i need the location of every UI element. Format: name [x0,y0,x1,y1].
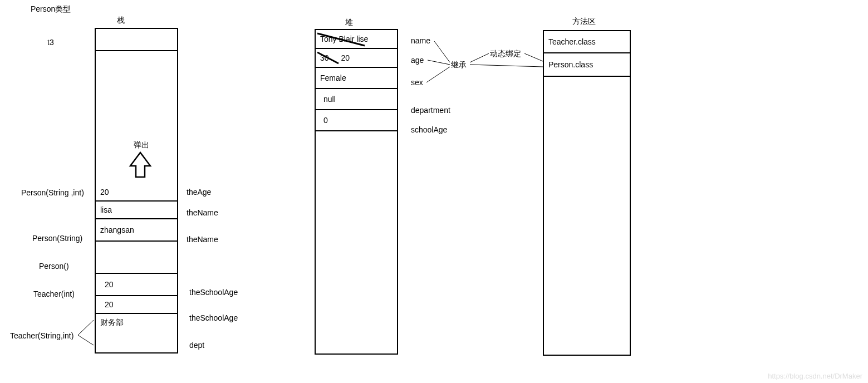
thename2-label: theName [187,235,218,244]
heap-department-label: department [411,106,450,115]
svg-line-6 [470,53,489,62]
person-empty-label: Person() [39,262,69,271]
stack-cell-zhangsan: zhangsan [96,219,177,242]
arrow-up-icon [128,151,153,185]
svg-line-5 [470,65,543,67]
svg-line-4 [426,67,450,82]
heap-age-cell: 30 20 [316,49,397,68]
theage-label: theAge [187,188,211,197]
teacher-class-val: Teacher.class [548,37,596,46]
method-area-title: 方法区 [572,17,596,27]
heap-name-val: Tony Blair lise [320,35,368,43]
heap-age-new: 20 [341,53,350,62]
person-string-label: Person(String) [32,234,82,243]
stack-gap: 弹出 [96,51,177,184]
svg-line-8 [78,320,94,335]
t3-label: t3 [47,38,54,47]
stack-box: 弹出 20 lisa zhangsan 20 20 财务部 [95,28,178,353]
teacher-class-cell: Teacher.class [544,31,630,53]
stack-cell-20-3: 20 [96,296,177,314]
stack-cell-empty-person [96,242,177,274]
heap-name-label: name [411,36,430,45]
person-class-cell: Person.class [544,53,630,77]
stack-cell-finance: 财务部 [96,314,177,332]
stack-val: 20 [100,280,114,289]
heap-box: Tony Blair lise 30 20 Female null 0 [315,29,398,355]
stack-val: 20 [100,300,114,309]
stack-val: 财务部 [100,318,124,328]
stack-cell-lisa: lisa [96,202,177,219]
stack-val: lisa [100,205,112,214]
person-type-label: Person类型 [31,4,71,14]
stack-cell-20-1: 20 [96,184,177,202]
svg-line-9 [78,335,94,345]
teacher-int-label: Teacher(int) [33,289,75,298]
thename1-label: theName [187,208,218,217]
stack-val: zhangsan [100,225,134,234]
theschoolage1-label: theSchoolAge [189,288,238,297]
stack-val: 20 [100,188,109,197]
heap-sex-val: Female [320,73,346,82]
stack-cell-20-2: 20 [96,274,177,296]
heap-dept-val: null [320,95,336,104]
heap-age-old: 30 [320,53,329,62]
dynamic-binding-label: 动态绑定 [490,49,521,59]
stack-title: 栈 [117,16,125,26]
heap-sex-label: sex [411,78,423,87]
heap-schoolage-cell: 0 [316,110,397,131]
heap-dept-cell: null [316,89,397,110]
heap-age-label: age [411,56,424,65]
svg-line-2 [434,41,450,62]
heap-schoolage-val: 0 [320,116,328,125]
heap-sex-cell: Female [316,68,397,89]
heap-schoolage-label: schoolAge [411,125,447,134]
method-area-box: Teacher.class Person.class [543,30,631,356]
theschoolage2-label: theSchoolAge [189,313,238,322]
popup-label: 弹出 [134,140,149,150]
dept-label: dept [189,341,204,350]
heap-name-cell: Tony Blair lise [316,30,397,49]
person-string-int-label: Person(String ,int) [21,188,84,197]
watermark: https://blog.csdn.net/DrMaker [768,372,862,380]
teacher-string-int-label: Teacher(String,int) [10,331,73,340]
inherit-label: 继承 [451,60,467,70]
heap-title: 堆 [345,18,353,28]
stack-top-cell [96,29,177,51]
svg-line-7 [524,53,543,61]
svg-line-3 [428,60,450,65]
person-class-val: Person.class [548,60,593,69]
